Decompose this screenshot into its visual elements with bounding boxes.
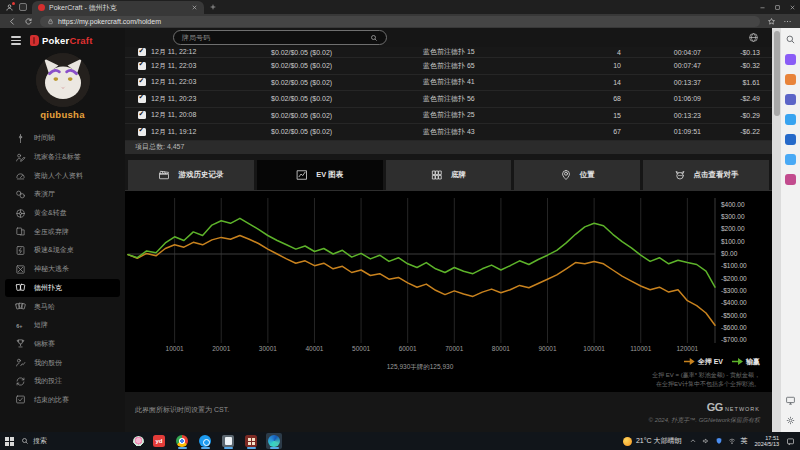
widgets-weather-icon[interactable]: [133, 436, 144, 447]
table-row[interactable]: 12月 11, 20:23$0.02/$0.05 ($0.02)蓝色前注德扑 5…: [125, 91, 772, 108]
new-tab-button[interactable]: [209, 3, 217, 11]
network-icon[interactable]: [728, 437, 736, 445]
profile-gauge-icon: [15, 170, 26, 181]
my-staking-icon: [15, 376, 26, 387]
username: qiubusha: [0, 109, 125, 120]
x-tick-label: 40001: [305, 345, 323, 352]
shopping-icon[interactable]: [785, 74, 796, 85]
row-checkbox[interactable]: [138, 48, 146, 56]
row-checkbox[interactable]: [138, 62, 146, 70]
sidebar-item-gold-wheel[interactable]: 黄金&转盘: [0, 204, 125, 223]
plus-icon: [209, 3, 217, 11]
sidebar-item-my-staking[interactable]: 我的投注: [0, 372, 125, 391]
row-checkbox[interactable]: [138, 95, 146, 103]
browser-menu-icon[interactable]: [783, 17, 792, 26]
minimize-icon[interactable]: [759, 4, 766, 11]
tab-game-history[interactable]: 游戏历史记录: [128, 160, 254, 190]
hamburger-menu-icon[interactable]: [11, 36, 21, 45]
row-checkbox[interactable]: [138, 111, 146, 119]
gold-wheel-icon: [15, 208, 26, 219]
security-shield-icon[interactable]: [715, 437, 723, 445]
files-app-icon[interactable]: [220, 433, 236, 449]
holdem-icon: [15, 282, 26, 293]
sidebar-item-player-notes[interactable]: 玩家备注&标签: [0, 148, 125, 167]
screenshot-tool-icon[interactable]: [785, 395, 796, 406]
sidebar-item-short-deck[interactable]: 6+短牌: [0, 316, 125, 335]
sidebar-item-timeline[interactable]: 时间轴: [0, 129, 125, 148]
tab-close-icon[interactable]: [191, 4, 198, 11]
browser-profile-icon[interactable]: [5, 3, 14, 12]
drop-icon[interactable]: [785, 154, 796, 165]
sidebar-item-mystery-battle-royale[interactable]: 神秘大逃杀: [0, 260, 125, 279]
scrollbar-thumb[interactable]: [774, 31, 780, 116]
messenger-app-icon[interactable]: [197, 433, 213, 449]
refresh-icon[interactable]: [24, 17, 33, 26]
outlook-icon[interactable]: [785, 134, 796, 145]
weather-widget[interactable]: 21°C 大部晴朗: [623, 436, 682, 446]
row-duration: 00:13:23: [621, 112, 701, 119]
game-launcher-app-icon[interactable]: [243, 433, 259, 449]
image-creator-icon[interactable]: [785, 114, 796, 125]
clapperboard-icon: [158, 169, 170, 181]
row-checkbox[interactable]: [138, 78, 146, 86]
sidebar-item-showroom[interactable]: 表演厅: [0, 185, 125, 204]
legend-item-winnings[interactable]: 输赢: [732, 357, 760, 367]
timeline-icon: [15, 133, 26, 144]
sidebar-item-label: 我的投注: [34, 376, 62, 386]
pokercraft-logo[interactable]: PokerCraft: [30, 35, 93, 46]
sidebar-item-omaha[interactable]: 奥马哈: [0, 297, 125, 316]
row-stakes: $0.02/$0.05 ($0.02): [263, 49, 415, 56]
sidebar-item-all-in-or-fold[interactable]: 全压或弃牌: [0, 222, 125, 241]
table-row[interactable]: 12月 11, 22:12$0.02/$0.05 ($0.02)蓝色前注德扑 1…: [125, 47, 772, 58]
sidebar-search-icon[interactable]: [785, 34, 796, 45]
browser-tab[interactable]: PokerCraft - 德州扑克: [32, 1, 204, 14]
row-stakes: $0.02/$0.05 ($0.02): [263, 79, 415, 86]
workspace-icon[interactable]: [19, 3, 27, 11]
youdao-app-icon[interactable]: yd: [151, 433, 167, 449]
teams-icon[interactable]: [785, 94, 796, 105]
table-row[interactable]: 12月 11, 22:03$0.02/$0.05 ($0.02)蓝色前注德扑 6…: [125, 58, 772, 75]
tab-ev-chart[interactable]: EV 图表: [257, 160, 383, 190]
chrome-app-icon[interactable]: [174, 433, 190, 449]
position-icon: [560, 169, 572, 181]
games-icon[interactable]: [785, 174, 796, 185]
hand-number-search-input[interactable]: 牌局号码: [173, 30, 387, 45]
sidebar-item-finished-games[interactable]: 结束的比赛: [0, 391, 125, 410]
avatar[interactable]: [36, 53, 90, 107]
tab-opponents[interactable]: 点击查看对手: [643, 160, 769, 190]
ime-indicator[interactable]: 英: [741, 436, 748, 446]
tray-chevron-up-icon[interactable]: [689, 437, 697, 445]
copilot-icon[interactable]: [785, 54, 796, 65]
sidebar-item-my-shares[interactable]: 我的股份: [0, 353, 125, 372]
taskbar-clock[interactable]: 17:51 2024/5/13: [755, 435, 779, 448]
tab-position[interactable]: 位置: [514, 160, 640, 190]
sidebar-item-rush-and-cash[interactable]: 极速&现金桌: [0, 241, 125, 260]
start-button[interactable]: [5, 437, 14, 446]
row-amount: -$0.32: [701, 62, 760, 69]
address-bar[interactable]: https://my.pokercraft.com/holdem: [40, 16, 760, 27]
page-scrollbar[interactable]: [772, 28, 781, 432]
notification-center-icon[interactable]: [786, 432, 795, 450]
close-icon[interactable]: [789, 4, 796, 11]
ev-chart-panel: 1000120001300014000150001600017000180001…: [125, 190, 772, 392]
favorites-star-icon[interactable]: [767, 17, 776, 26]
sidebar-item-holdem[interactable]: 德州扑克: [5, 279, 120, 298]
back-icon[interactable]: [8, 17, 17, 26]
maximize-icon[interactable]: [774, 4, 781, 11]
hand-count-label: 125,930手牌的125,930: [125, 363, 715, 372]
table-row[interactable]: 12月 11, 20:08$0.02/$0.05 ($0.02)蓝色前注德扑 2…: [125, 108, 772, 125]
table-row[interactable]: 12月 11, 22:03$0.02/$0.05 ($0.02)蓝色前注德扑 4…: [125, 75, 772, 92]
tab-hole-cards[interactable]: 底牌: [386, 160, 512, 190]
language-globe-icon[interactable]: [748, 32, 759, 43]
legend-item-allin-ev[interactable]: 全押 EV: [684, 357, 723, 367]
sidebar-item-sponsor-profile[interactable]: 资助人个人资料: [0, 166, 125, 185]
edge-app-icon[interactable]: [266, 433, 282, 449]
sidebar-item-tournaments[interactable]: 锦标赛: [0, 335, 125, 354]
row-checkbox[interactable]: [138, 128, 146, 136]
main-content: 牌局号码 12月 11, 22:12$0.02/$0.05 ($0.02)蓝色前…: [125, 28, 772, 432]
sidebar-settings-gear-icon[interactable]: [785, 415, 796, 426]
row-table-name: 蓝色前注德扑 43: [415, 127, 565, 137]
volume-icon[interactable]: [702, 437, 710, 445]
table-row[interactable]: 12月 11, 19:12$0.02/$0.05 ($0.02)蓝色前注德扑 4…: [125, 124, 772, 141]
taskbar-search[interactable]: 搜索: [21, 436, 126, 446]
